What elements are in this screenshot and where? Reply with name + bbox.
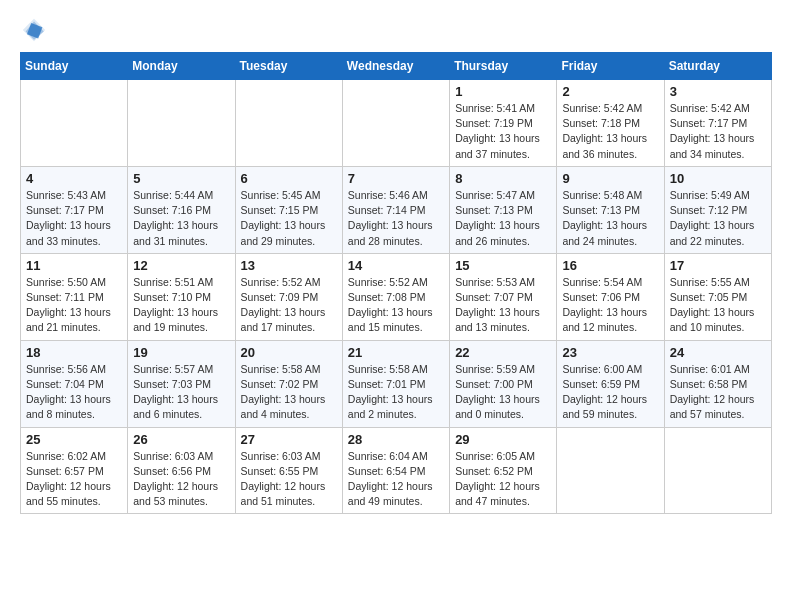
cell-day-number: 7 [348, 171, 444, 186]
cell-day-number: 3 [670, 84, 766, 99]
cell-info-text: Sunrise: 5:46 AM Sunset: 7:14 PM Dayligh… [348, 188, 444, 249]
calendar-table: SundayMondayTuesdayWednesdayThursdayFrid… [20, 52, 772, 514]
cell-day-number: 18 [26, 345, 122, 360]
cell-info-text: Sunrise: 5:54 AM Sunset: 7:06 PM Dayligh… [562, 275, 658, 336]
calendar-cell [128, 80, 235, 167]
calendar-week-row: 25Sunrise: 6:02 AM Sunset: 6:57 PM Dayli… [21, 427, 772, 514]
calendar-cell: 9Sunrise: 5:48 AM Sunset: 7:13 PM Daylig… [557, 166, 664, 253]
cell-info-text: Sunrise: 5:53 AM Sunset: 7:07 PM Dayligh… [455, 275, 551, 336]
cell-info-text: Sunrise: 6:01 AM Sunset: 6:58 PM Dayligh… [670, 362, 766, 423]
calendar-cell: 18Sunrise: 5:56 AM Sunset: 7:04 PM Dayli… [21, 340, 128, 427]
calendar-cell: 25Sunrise: 6:02 AM Sunset: 6:57 PM Dayli… [21, 427, 128, 514]
cell-info-text: Sunrise: 5:43 AM Sunset: 7:17 PM Dayligh… [26, 188, 122, 249]
calendar-cell: 2Sunrise: 5:42 AM Sunset: 7:18 PM Daylig… [557, 80, 664, 167]
calendar-cell: 8Sunrise: 5:47 AM Sunset: 7:13 PM Daylig… [450, 166, 557, 253]
cell-day-number: 20 [241, 345, 337, 360]
calendar-cell: 16Sunrise: 5:54 AM Sunset: 7:06 PM Dayli… [557, 253, 664, 340]
cell-day-number: 6 [241, 171, 337, 186]
cell-info-text: Sunrise: 5:50 AM Sunset: 7:11 PM Dayligh… [26, 275, 122, 336]
cell-day-number: 22 [455, 345, 551, 360]
calendar-cell: 15Sunrise: 5:53 AM Sunset: 7:07 PM Dayli… [450, 253, 557, 340]
calendar-cell [664, 427, 771, 514]
calendar-cell: 17Sunrise: 5:55 AM Sunset: 7:05 PM Dayli… [664, 253, 771, 340]
cell-day-number: 2 [562, 84, 658, 99]
cell-day-number: 5 [133, 171, 229, 186]
cell-day-number: 16 [562, 258, 658, 273]
calendar-cell: 26Sunrise: 6:03 AM Sunset: 6:56 PM Dayli… [128, 427, 235, 514]
logo [20, 16, 52, 44]
calendar-day-header: Sunday [21, 53, 128, 80]
cell-info-text: Sunrise: 5:51 AM Sunset: 7:10 PM Dayligh… [133, 275, 229, 336]
calendar-day-header: Thursday [450, 53, 557, 80]
calendar-cell [557, 427, 664, 514]
calendar-header-row: SundayMondayTuesdayWednesdayThursdayFrid… [21, 53, 772, 80]
cell-day-number: 14 [348, 258, 444, 273]
calendar-cell: 5Sunrise: 5:44 AM Sunset: 7:16 PM Daylig… [128, 166, 235, 253]
calendar-week-row: 1Sunrise: 5:41 AM Sunset: 7:19 PM Daylig… [21, 80, 772, 167]
calendar-cell: 1Sunrise: 5:41 AM Sunset: 7:19 PM Daylig… [450, 80, 557, 167]
cell-day-number: 13 [241, 258, 337, 273]
logo-icon [20, 16, 48, 44]
cell-day-number: 10 [670, 171, 766, 186]
calendar-cell: 23Sunrise: 6:00 AM Sunset: 6:59 PM Dayli… [557, 340, 664, 427]
cell-info-text: Sunrise: 6:05 AM Sunset: 6:52 PM Dayligh… [455, 449, 551, 510]
cell-day-number: 17 [670, 258, 766, 273]
cell-day-number: 26 [133, 432, 229, 447]
cell-info-text: Sunrise: 5:57 AM Sunset: 7:03 PM Dayligh… [133, 362, 229, 423]
cell-day-number: 21 [348, 345, 444, 360]
cell-info-text: Sunrise: 5:59 AM Sunset: 7:00 PM Dayligh… [455, 362, 551, 423]
cell-info-text: Sunrise: 5:48 AM Sunset: 7:13 PM Dayligh… [562, 188, 658, 249]
calendar-cell: 10Sunrise: 5:49 AM Sunset: 7:12 PM Dayli… [664, 166, 771, 253]
calendar-cell: 20Sunrise: 5:58 AM Sunset: 7:02 PM Dayli… [235, 340, 342, 427]
calendar-week-row: 18Sunrise: 5:56 AM Sunset: 7:04 PM Dayli… [21, 340, 772, 427]
calendar-cell: 14Sunrise: 5:52 AM Sunset: 7:08 PM Dayli… [342, 253, 449, 340]
cell-info-text: Sunrise: 5:42 AM Sunset: 7:18 PM Dayligh… [562, 101, 658, 162]
calendar-cell [235, 80, 342, 167]
cell-info-text: Sunrise: 5:47 AM Sunset: 7:13 PM Dayligh… [455, 188, 551, 249]
cell-day-number: 15 [455, 258, 551, 273]
calendar-day-header: Wednesday [342, 53, 449, 80]
calendar-cell: 11Sunrise: 5:50 AM Sunset: 7:11 PM Dayli… [21, 253, 128, 340]
calendar-cell: 22Sunrise: 5:59 AM Sunset: 7:00 PM Dayli… [450, 340, 557, 427]
cell-day-number: 19 [133, 345, 229, 360]
calendar-cell: 12Sunrise: 5:51 AM Sunset: 7:10 PM Dayli… [128, 253, 235, 340]
calendar-week-row: 11Sunrise: 5:50 AM Sunset: 7:11 PM Dayli… [21, 253, 772, 340]
calendar-cell: 13Sunrise: 5:52 AM Sunset: 7:09 PM Dayli… [235, 253, 342, 340]
cell-info-text: Sunrise: 5:42 AM Sunset: 7:17 PM Dayligh… [670, 101, 766, 162]
cell-day-number: 24 [670, 345, 766, 360]
cell-info-text: Sunrise: 5:58 AM Sunset: 7:01 PM Dayligh… [348, 362, 444, 423]
cell-day-number: 27 [241, 432, 337, 447]
cell-info-text: Sunrise: 5:56 AM Sunset: 7:04 PM Dayligh… [26, 362, 122, 423]
cell-day-number: 9 [562, 171, 658, 186]
calendar-cell: 3Sunrise: 5:42 AM Sunset: 7:17 PM Daylig… [664, 80, 771, 167]
calendar-cell: 28Sunrise: 6:04 AM Sunset: 6:54 PM Dayli… [342, 427, 449, 514]
cell-info-text: Sunrise: 6:04 AM Sunset: 6:54 PM Dayligh… [348, 449, 444, 510]
cell-day-number: 23 [562, 345, 658, 360]
calendar-cell: 24Sunrise: 6:01 AM Sunset: 6:58 PM Dayli… [664, 340, 771, 427]
calendar-day-header: Saturday [664, 53, 771, 80]
cell-info-text: Sunrise: 5:44 AM Sunset: 7:16 PM Dayligh… [133, 188, 229, 249]
cell-info-text: Sunrise: 6:02 AM Sunset: 6:57 PM Dayligh… [26, 449, 122, 510]
calendar-day-header: Tuesday [235, 53, 342, 80]
cell-day-number: 25 [26, 432, 122, 447]
cell-info-text: Sunrise: 6:03 AM Sunset: 6:56 PM Dayligh… [133, 449, 229, 510]
calendar-cell: 29Sunrise: 6:05 AM Sunset: 6:52 PM Dayli… [450, 427, 557, 514]
calendar-cell: 6Sunrise: 5:45 AM Sunset: 7:15 PM Daylig… [235, 166, 342, 253]
cell-day-number: 28 [348, 432, 444, 447]
cell-day-number: 4 [26, 171, 122, 186]
cell-day-number: 12 [133, 258, 229, 273]
cell-day-number: 8 [455, 171, 551, 186]
cell-day-number: 11 [26, 258, 122, 273]
calendar-day-header: Monday [128, 53, 235, 80]
calendar-day-header: Friday [557, 53, 664, 80]
cell-info-text: Sunrise: 6:00 AM Sunset: 6:59 PM Dayligh… [562, 362, 658, 423]
cell-day-number: 29 [455, 432, 551, 447]
calendar-cell: 19Sunrise: 5:57 AM Sunset: 7:03 PM Dayli… [128, 340, 235, 427]
cell-info-text: Sunrise: 5:55 AM Sunset: 7:05 PM Dayligh… [670, 275, 766, 336]
calendar-week-row: 4Sunrise: 5:43 AM Sunset: 7:17 PM Daylig… [21, 166, 772, 253]
calendar-cell [342, 80, 449, 167]
cell-info-text: Sunrise: 5:58 AM Sunset: 7:02 PM Dayligh… [241, 362, 337, 423]
cell-info-text: Sunrise: 6:03 AM Sunset: 6:55 PM Dayligh… [241, 449, 337, 510]
cell-info-text: Sunrise: 5:41 AM Sunset: 7:19 PM Dayligh… [455, 101, 551, 162]
calendar-cell: 7Sunrise: 5:46 AM Sunset: 7:14 PM Daylig… [342, 166, 449, 253]
